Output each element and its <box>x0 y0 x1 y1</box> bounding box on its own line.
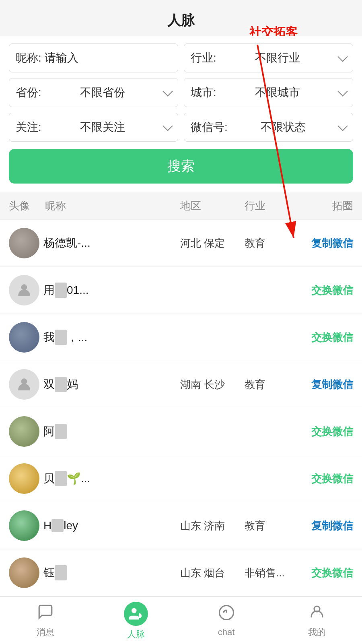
search-button[interactable]: 搜索 <box>9 149 353 184</box>
row-action[interactable]: 交换微信 <box>289 566 353 580</box>
row-action[interactable]: 复制微信 <box>289 236 353 250</box>
nav-item-chat[interactable]: chat <box>181 604 272 638</box>
industry-value: 不限行业 <box>255 50 300 66</box>
row-action[interactable]: 交换微信 <box>289 330 353 345</box>
row-name: 双胞妈 <box>39 377 180 392</box>
province-value: 不限省份 <box>80 85 125 100</box>
row-action[interactable]: 交换微信 <box>289 283 353 297</box>
row-name: 我叫，... <box>39 330 180 345</box>
nav-label-mine: 我的 <box>308 626 326 638</box>
chevron-down-icon-4 <box>162 121 173 131</box>
bottom-nav: 消息 人脉 chat <box>0 597 362 644</box>
table-row: Harley 山东 济南 教育 复制微信 <box>0 502 362 549</box>
avatar <box>9 369 39 400</box>
row-name: Harley <box>39 519 180 532</box>
avatar <box>9 275 39 305</box>
form-row-3: 关注:不限关注 微信号:不限状态 <box>9 113 353 142</box>
nickname-placeholder: 请输入 <box>45 50 78 66</box>
table-row: 钰匠 山东 烟台 非销售... 交换微信 <box>0 549 362 597</box>
form-row-1: 昵称: 请输入 行业:不限行业 <box>9 43 353 72</box>
industry-label: 行业: <box>191 50 216 66</box>
row-name: 贝壳🌱... <box>39 471 180 486</box>
nav-label-messages: 消息 <box>37 626 54 638</box>
table-row: 杨德凯-... 河北 保定 教育 复制微信 <box>0 220 362 267</box>
nav-item-mine[interactable]: 我的 <box>272 603 362 638</box>
svg-point-3 <box>21 378 27 384</box>
province-select[interactable]: 省份:不限省份 <box>9 78 178 107</box>
chevron-down-icon-3 <box>337 86 348 96</box>
col-header-industry: 行业 <box>245 199 289 213</box>
table-row: 我叫，... 交换微信 <box>0 314 362 361</box>
page-title: 人脉 <box>0 0 362 36</box>
row-industry: 教育 <box>245 378 289 392</box>
wechat-select[interactable]: 微信号:不限状态 <box>184 113 353 142</box>
chevron-down-icon-5 <box>337 121 348 131</box>
search-form: 昵称: 请输入 行业:不限行业 省份:不限省份 城市:不限城市 关注:不限关注 <box>0 36 362 192</box>
table-row: 用户01... 交换微信 <box>0 267 362 314</box>
chevron-down-icon-2 <box>162 86 173 96</box>
col-header-action: 拓圈 <box>289 199 353 213</box>
table-row: 双胞妈 湖南 长沙 教育 复制微信 <box>0 361 362 408</box>
col-header-avatar: 头像 <box>9 199 45 213</box>
row-industry: 教育 <box>245 519 289 533</box>
row-name: 钰匠 <box>39 565 180 580</box>
row-region: 山东 济南 <box>180 519 245 533</box>
nav-label-contacts: 人脉 <box>127 628 145 640</box>
nav-item-messages[interactable]: 消息 <box>0 603 90 638</box>
svg-point-4 <box>131 608 136 613</box>
avatar <box>9 557 39 588</box>
row-industry: 教育 <box>245 236 289 250</box>
nav-label-chat: chat <box>218 627 235 638</box>
city-value: 不限城市 <box>255 85 300 100</box>
row-action[interactable]: 交换微信 <box>289 472 353 486</box>
row-name: 杨德凯-... <box>39 235 180 251</box>
follow-label: 关注: <box>16 120 41 135</box>
follow-select[interactable]: 关注:不限关注 <box>9 113 178 142</box>
follow-value: 不限关注 <box>80 120 125 135</box>
wechat-value: 不限状态 <box>261 120 306 135</box>
col-header-name: 昵称 <box>45 199 180 213</box>
row-region: 山东 烟台 <box>180 566 245 580</box>
chat-icon <box>218 604 235 625</box>
avatar <box>9 463 39 494</box>
avatar <box>9 510 39 541</box>
row-region: 河北 保定 <box>180 236 245 250</box>
avatar <box>9 416 39 447</box>
nickname-input[interactable]: 昵称: 请输入 <box>9 43 178 72</box>
industry-select[interactable]: 行业:不限行业 <box>184 43 353 72</box>
row-name: 用户01... <box>39 283 180 298</box>
nickname-label: 昵称: <box>16 50 41 66</box>
chevron-down-icon <box>337 52 348 62</box>
messages-icon <box>37 603 54 624</box>
table-row: 贝壳🌱... 交换微信 <box>0 455 362 502</box>
row-action[interactable]: 交换微信 <box>289 425 353 439</box>
table-row: 阿杰 交换微信 <box>0 408 362 455</box>
province-label: 省份: <box>16 85 41 100</box>
row-action[interactable]: 复制微信 <box>289 519 353 533</box>
row-action[interactable]: 复制微信 <box>289 378 353 392</box>
avatar <box>9 228 39 258</box>
city-label: 城市: <box>191 85 216 100</box>
form-row-2: 省份:不限省份 城市:不限城市 <box>9 78 353 107</box>
mine-icon <box>309 603 325 624</box>
city-select[interactable]: 城市:不限城市 <box>184 78 353 107</box>
table-header: 头像 昵称 地区 行业 拓圈 <box>0 192 362 220</box>
row-industry: 非销售... <box>245 566 289 580</box>
wechat-label: 微信号: <box>191 120 228 135</box>
table-body: 杨德凯-... 河北 保定 教育 复制微信 用户01... 交换微信 我叫，..… <box>0 220 362 597</box>
col-header-region: 地区 <box>180 199 245 213</box>
avatar <box>9 322 39 353</box>
svg-point-2 <box>21 284 27 290</box>
row-name: 阿杰 <box>39 424 180 439</box>
row-region: 湖南 长沙 <box>180 378 245 392</box>
contacts-icon-bg <box>124 602 148 626</box>
nav-item-contacts[interactable]: 人脉 <box>90 602 181 640</box>
